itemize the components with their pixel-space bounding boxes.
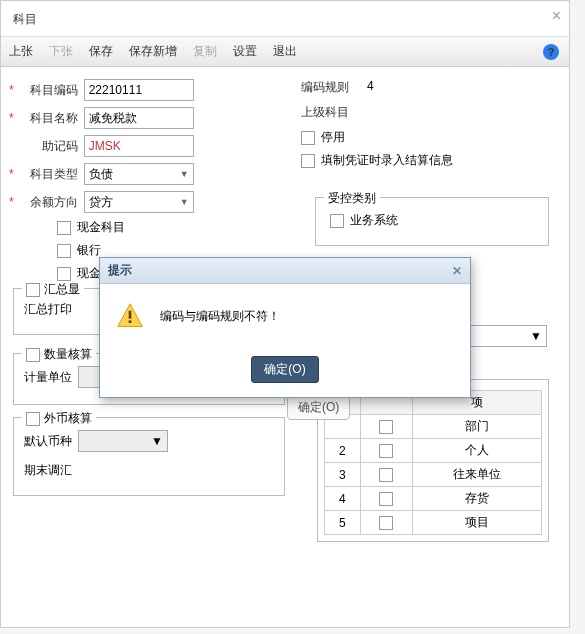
cash2-label: 现金 xyxy=(77,265,101,282)
bank-label: 银行 xyxy=(77,242,101,259)
row-checkbox[interactable] xyxy=(379,468,393,482)
save-button[interactable]: 保存 xyxy=(89,43,113,60)
table-row: 部门 xyxy=(325,415,542,439)
fc-fieldset: 外币核算 默认币种▼ 期末调汇 xyxy=(13,417,285,496)
biz-checkbox[interactable] xyxy=(330,214,344,228)
type-select[interactable]: 负债▼ xyxy=(84,163,194,185)
aux-table: 项 部门 2个人 3往来单位 4存货 5项目 xyxy=(324,390,542,535)
svg-rect-2 xyxy=(129,320,132,323)
chevron-down-icon: ▼ xyxy=(151,434,163,448)
title-bar: 科目 × xyxy=(1,1,569,36)
close-icon[interactable]: × xyxy=(552,7,561,25)
prev-button[interactable]: 上张 xyxy=(9,43,33,60)
chevron-down-icon: ▼ xyxy=(180,197,189,207)
cash-checkbox[interactable] xyxy=(57,221,71,235)
alert-dialog: 提示 ✕ 编码与编码规则不符！ 确定(O) xyxy=(99,257,471,398)
dialog-titlebar: 提示 ✕ xyxy=(100,258,470,284)
fc-legend: 外币核算 xyxy=(44,410,92,427)
currency-select[interactable]: ▼ xyxy=(78,430,168,452)
name-input[interactable] xyxy=(84,107,194,129)
qty-checkbox[interactable] xyxy=(26,348,40,362)
exit-button[interactable]: 退出 xyxy=(273,43,297,60)
disable-checkbox[interactable] xyxy=(301,131,315,145)
settle-label: 填制凭证时录入结算信息 xyxy=(321,152,453,169)
coderule-label: 编码规则 xyxy=(301,79,349,96)
help-icon[interactable]: ? xyxy=(543,44,559,60)
direction-label: 余额方向 xyxy=(16,194,78,211)
summary-legend: 汇总显 xyxy=(44,281,80,298)
next-button: 下张 xyxy=(49,43,73,60)
unit-label: 计量单位 xyxy=(24,369,72,386)
fc-checkbox[interactable] xyxy=(26,412,40,426)
direction-select[interactable]: 贷方▼ xyxy=(84,191,194,213)
row-checkbox[interactable] xyxy=(379,444,393,458)
table-row: 4存货 xyxy=(325,487,542,511)
summary-checkbox[interactable] xyxy=(26,283,40,297)
code-label: 科目编码 xyxy=(16,82,78,99)
table-row: 3往来单位 xyxy=(325,463,542,487)
coderule-value: 4 xyxy=(367,79,374,96)
cash2-checkbox[interactable] xyxy=(57,267,71,281)
settings-button[interactable]: 设置 xyxy=(233,43,257,60)
period-end-label: 期末调汇 xyxy=(24,462,72,479)
biz-label: 业务系统 xyxy=(350,212,398,229)
subject-window: 科目 × 上张 下张 保存 保存新增 复制 设置 退出 ? *科目编码 *科目名… xyxy=(0,0,570,628)
chevron-down-icon: ▼ xyxy=(180,169,189,179)
warning-icon xyxy=(116,302,144,330)
ctrl-fieldset: 受控类别 业务系统 xyxy=(315,197,549,246)
dialog-title: 提示 xyxy=(108,262,132,279)
row-checkbox[interactable] xyxy=(379,516,393,530)
name-label: 科目名称 xyxy=(16,110,78,127)
ctrl-legend: 受控类别 xyxy=(324,190,380,207)
currency-label: 默认币种 xyxy=(24,433,72,450)
cash-label: 现金科目 xyxy=(77,219,125,236)
bank-checkbox[interactable] xyxy=(57,244,71,258)
window-title: 科目 xyxy=(13,12,37,26)
copy-button: 复制 xyxy=(193,43,217,60)
summary-print-label: 汇总打印 xyxy=(24,301,72,318)
dialog-ok-button[interactable]: 确定(O) xyxy=(251,356,318,383)
save-new-button[interactable]: 保存新增 xyxy=(129,43,177,60)
mnemonic-label: 助记码 xyxy=(16,138,78,155)
svg-rect-1 xyxy=(129,311,132,319)
disable-label: 停用 xyxy=(321,129,345,146)
aux-table-box: 项 部门 2个人 3往来单位 4存货 5项目 xyxy=(317,379,549,542)
chevron-down-icon: ▼ xyxy=(530,329,542,343)
toolbar: 上张 下张 保存 保存新增 复制 设置 退出 ? xyxy=(1,36,569,67)
dialog-close-icon[interactable]: ✕ xyxy=(452,264,462,278)
qty-legend: 数量核算 xyxy=(44,346,92,363)
parent-label: 上级科目 xyxy=(301,104,349,121)
row-checkbox[interactable] xyxy=(379,420,393,434)
mnemonic-input[interactable] xyxy=(84,135,194,157)
ghost-ok-button[interactable]: 确定(O) xyxy=(287,395,350,420)
code-input[interactable] xyxy=(84,79,194,101)
dialog-message: 编码与编码规则不符！ xyxy=(160,308,280,325)
type-label: 科目类型 xyxy=(16,166,78,183)
table-row: 2个人 xyxy=(325,439,542,463)
row-checkbox[interactable] xyxy=(379,492,393,506)
table-row: 5项目 xyxy=(325,511,542,535)
settle-checkbox[interactable] xyxy=(301,154,315,168)
